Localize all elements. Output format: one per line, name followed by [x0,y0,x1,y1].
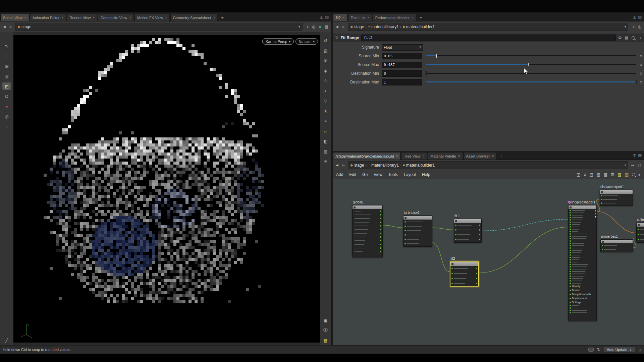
menu-add[interactable]: Add [336,172,343,177]
output-port-dot[interactable] [380,210,381,212]
input-port-dot[interactable] [455,234,457,235]
output-port-dot[interactable] [476,283,477,284]
input-port-dot[interactable] [451,273,453,274]
node-turbnoise1[interactable]: turbnoise1 [403,216,432,247]
breadcrumb[interactable]: materialbuilder1 [406,24,435,29]
input-port-dot[interactable] [455,239,457,240]
param-slider[interactable] [426,62,636,67]
search-icon[interactable] [632,36,635,40]
palette-icon[interactable]: ▤ [589,172,593,177]
viewport[interactable]: Karma Persp ▾ No cam ▾ y [13,35,320,343]
input-port-dot[interactable] [570,224,571,225]
node-fit1[interactable]: fit1 [454,219,482,243]
input-port-dot[interactable] [570,259,571,260]
view-options-icon[interactable]: ◧ [321,137,330,145]
tab-take-list[interactable]: Take List× [348,14,372,21]
output-port-dot[interactable] [380,240,381,241]
output-port-dot[interactable] [380,218,381,219]
menu-layout[interactable]: Layout [404,172,416,177]
param-slider[interactable] [426,80,636,84]
grid-view-icon[interactable]: ▦ [597,172,600,177]
nav-back-icon[interactable]: ◀ [2,24,7,29]
output-port-dot[interactable] [476,273,477,274]
input-port-dot[interactable] [405,226,406,227]
input-port-dot[interactable] [405,234,406,236]
display-set-icon[interactable]: ◈ [321,67,330,74]
handles-icon[interactable]: ▱ [321,127,330,135]
grid-icon[interactable]: ▦ [324,24,329,29]
tab-close-icon[interactable]: × [412,16,414,19]
input-port-dot[interactable] [601,195,602,196]
slider-handle[interactable] [635,80,637,84]
input-port-dot[interactable] [602,245,603,246]
new-tab-button[interactable]: + [417,14,425,21]
shelf-icon[interactable]: ▥ [625,172,629,177]
output-port-dot[interactable] [380,233,381,234]
list-options-icon[interactable]: ≡ [321,158,330,165]
output-port-dot[interactable] [476,278,477,279]
menu-edit[interactable]: Edit [349,172,356,177]
node-principledshader1[interactable]: principledshader1OpacityTextureBump & No… [568,205,597,321]
tab-scene-view[interactable]: Scene View× [0,14,29,21]
pane-menu-icon[interactable]: ▤ [325,15,329,19]
input-port-dot[interactable] [570,217,571,218]
tab-render-view[interactable]: Render View× [67,14,97,21]
input-port-dot[interactable] [570,229,571,230]
input-port-dot[interactable] [451,283,453,284]
info-icon[interactable]: ⓘ [321,326,330,334]
output-port-dot[interactable] [479,234,480,235]
grid-options-icon[interactable]: ▤ [321,147,330,155]
input-port-dot[interactable] [570,222,571,223]
snapshot-icon[interactable]: ↺ [321,37,330,44]
shading-icon[interactable]: ◐ [321,87,330,95]
input-port-dot[interactable] [451,278,453,279]
input-port-dot[interactable] [601,202,602,204]
input-port-dot[interactable] [570,305,571,306]
geometry-tool-icon[interactable]: ▣ [2,72,11,80]
color-palette-icon[interactable]: ▧ [618,172,621,177]
input-port-dot[interactable] [570,247,571,249]
crosshair-icon[interactable]: ◎ [637,163,642,168]
slider-handle[interactable] [528,63,529,67]
input-port-dot[interactable] [570,302,571,303]
tab-material-palette[interactable]: Material Palette× [428,152,463,160]
expand-icon[interactable]: ▸ [639,172,641,177]
list-icon[interactable]: ≡ [584,172,586,177]
output-port-dot[interactable] [380,222,381,223]
input-port-dot[interactable] [570,310,571,311]
input-port-dot[interactable] [601,199,602,200]
input-port-dot[interactable] [570,254,571,256]
input-port-dot[interactable] [570,276,571,277]
input-port-dot[interactable] [570,236,571,237]
gear-icon[interactable]: ⚙ [618,36,622,40]
input-port-dot[interactable] [570,257,571,258]
tab-composite-view[interactable]: Composite View× [98,14,134,21]
menu-help[interactable]: Help [422,172,430,177]
param-slider[interactable] [426,71,636,76]
slider-handle[interactable] [425,71,427,75]
tab-close-icon[interactable]: × [61,16,63,19]
search-icon[interactable] [632,173,635,176]
tab-asset-browser[interactable]: Asset Browser× [464,152,497,160]
path-dropdown-icon[interactable]: ▾ [624,163,626,167]
camera-menu[interactable]: Karma Persp ▾ [262,38,294,45]
move-tool-icon[interactable]: + [2,52,11,60]
output-port-dot[interactable] [380,236,381,238]
path-field[interactable]: ◆stage›+materiallibrary1›■materialbuilde… [348,23,628,31]
breadcrumb[interactable]: materiallibrary1 [371,24,399,29]
output-port-dot[interactable] [479,239,480,240]
param-menu-icon[interactable]: ⚙ [638,54,644,58]
breadcrumb[interactable]: materialbuilder1 [406,163,435,168]
input-port-dot[interactable] [570,215,571,216]
output-port-dot[interactable] [595,210,597,212]
crosshair-icon[interactable]: ◎ [637,24,642,29]
new-pane-icon[interactable]: ⊞ [611,172,614,177]
wireframe-icon[interactable]: ▽ [321,97,330,105]
input-port-dot[interactable] [455,225,457,226]
param-value-field[interactable]: 0.487 [382,62,422,68]
input-port-dot[interactable] [570,245,571,246]
tab-stage-materiallibrary1-materialbuild[interactable]: /stage/materiallibrary1/materialbuild× [333,152,400,160]
menu-view[interactable]: View [374,172,382,177]
input-port-dot[interactable] [602,249,603,250]
input-port-dot[interactable] [570,243,571,244]
